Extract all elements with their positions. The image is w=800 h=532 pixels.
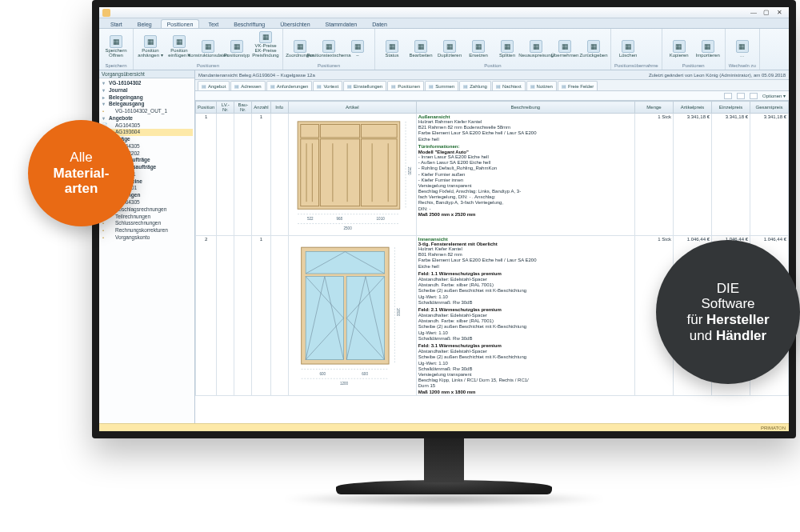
ribbon-tab[interactable]: Positionen [161, 19, 200, 28]
ribbon: ▦Speichern ÖffnenSpeichern▦Position anhä… [99, 29, 789, 70]
document-tab[interactable]: ▤Positionen [387, 81, 424, 90]
svg-text:1200: 1200 [340, 382, 349, 386]
ribbon-button[interactable]: ▦Bearbeiten [407, 30, 434, 59]
document-tab[interactable]: ▤Zahlung [459, 81, 491, 90]
titlebar: — ▢ ✕ [99, 7, 789, 18]
ribbon-button[interactable]: ▦Neuauspreisung [522, 30, 550, 59]
svg-text:2520: 2520 [407, 166, 411, 175]
document-tab[interactable]: ▤Einstellungen [343, 81, 386, 90]
ribbon-tab[interactable]: Beschriftung [227, 19, 271, 28]
svg-rect-6 [361, 139, 397, 206]
breadcrumb-right: Zuletzt geändert von Leon König (Adminis… [649, 73, 786, 78]
ribbon-tab[interactable]: Beleg [131, 19, 158, 28]
tree-node[interactable]: Angebote [101, 115, 193, 122]
ribbon-button[interactable]: ▦… [729, 30, 756, 59]
svg-rect-23 [306, 277, 343, 360]
ribbon-button[interactable]: ▦Splitten [494, 30, 521, 59]
svg-rect-3 [361, 125, 397, 138]
status-text: PRIMATON [761, 426, 786, 430]
svg-text:522: 522 [307, 217, 314, 221]
ribbon-button[interactable]: ▦Speichern Öffnen [102, 30, 130, 59]
ribbon-button[interactable]: ▦Positionstextschema [315, 30, 342, 59]
sidebar: Vorgangsübersicht VG-16104302JournalBele… [99, 70, 195, 423]
svg-rect-5 [320, 139, 359, 206]
door-drawing: 522 968 1010 2500 2520 [290, 114, 414, 234]
svg-text:2500: 2500 [343, 226, 352, 230]
ribbon-tab[interactable]: Stammdaten [319, 19, 364, 28]
ribbon-button[interactable]: ▦VK-Preise EK-Preise Preisfindung [252, 30, 279, 59]
svg-rect-1 [300, 125, 318, 138]
ribbon-button[interactable]: ▦Position anhängen ▾ [137, 30, 164, 59]
document-tab[interactable]: ▤Adressen [230, 81, 265, 90]
ribbon-tab[interactable]: Start [104, 19, 129, 28]
table-row[interactable]: 11 522 968 1010 2500 2520 AußenansichtHo… [196, 114, 789, 236]
window-drawing: 600 600 1200 1800 [290, 237, 414, 393]
svg-text:1010: 1010 [376, 217, 385, 221]
ribbon-button[interactable]: ▦Löschen [614, 30, 642, 59]
app-icon [102, 9, 110, 17]
sidebar-title: Vorgangsübersicht [99, 70, 194, 78]
ribbon-button[interactable]: ▦Positionstyp [223, 30, 250, 59]
document-tab[interactable]: ▤Notizen [526, 81, 557, 90]
ribbon-button[interactable]: ▦Importieren [694, 30, 722, 59]
monitor-neck [424, 438, 464, 482]
svg-text:600: 600 [362, 372, 368, 376]
toolbar-icon[interactable] [724, 93, 732, 99]
window-close[interactable]: ✕ [773, 9, 786, 16]
svg-rect-4 [300, 139, 318, 206]
document-tab[interactable]: ▤Freie Felder [558, 81, 598, 90]
svg-rect-24 [346, 277, 384, 360]
ribbon-button[interactable]: ▦Zurückgeben [580, 30, 607, 59]
ribbon-button[interactable]: ▦Duplizieren [436, 30, 463, 59]
tree-node[interactable]: Vorgangskonto [101, 234, 193, 242]
status-bar: PRIMATON [99, 423, 789, 431]
svg-rect-2 [320, 125, 359, 138]
document-tab[interactable]: ▤Nachtext [492, 81, 526, 90]
document-tab[interactable]: ▤Angebot [198, 81, 230, 90]
tree-node[interactable]: VG-16104302_OUT_1 [101, 108, 193, 115]
tree-node[interactable]: Belegeingang [101, 94, 193, 102]
tree-node[interactable]: Rechnungskorrekturen [101, 227, 193, 234]
ribbon-button[interactable]: ▦Kopieren [666, 30, 693, 59]
tree-node[interactable]: AG164305 [101, 122, 193, 130]
ribbon-tab[interactable]: Daten [366, 19, 394, 28]
ribbon-button[interactable]: ▦– [344, 30, 371, 59]
document-tab[interactable]: ▤Summen [425, 81, 458, 90]
document-tabs: ▤Angebot▤Adressen▤Anforderungen▤Vortext▤… [195, 80, 789, 91]
toolbar-icon[interactable] [737, 93, 745, 99]
ribbon-button[interactable]: ▦Konstruktionsdaten [194, 30, 222, 59]
tree-node[interactable]: Journal [101, 87, 193, 94]
window-minimize[interactable]: — [747, 9, 760, 16]
ribbon-button[interactable]: ▦Status [378, 30, 406, 59]
breadcrumb-left: Mandantenansicht Beleg AG193604 – Kugelg… [198, 73, 315, 78]
svg-text:600: 600 [319, 372, 326, 376]
svg-text:968: 968 [336, 217, 342, 221]
tree-node[interactable]: Schlussrechnungen [101, 220, 193, 227]
svg-rect-22 [306, 252, 384, 274]
ribbon-tab[interactable]: Übersichten [274, 19, 316, 28]
svg-text:1800: 1800 [396, 308, 400, 317]
options-dropdown[interactable]: Optionen ▾ [762, 93, 786, 98]
ribbon-button[interactable]: ▦Ersetzen [465, 30, 492, 59]
ribbon-tab[interactable]: Text [202, 19, 225, 28]
breadcrumb: Mandantenansicht Beleg AG193604 – Kugelg… [195, 70, 789, 80]
mini-toolbar: Optionen ▾ [195, 91, 789, 101]
badge-software: DIE Software für Hersteller und Händler [656, 240, 800, 384]
tree-node[interactable]: Belegausgang [101, 101, 193, 108]
window-maximize[interactable]: ▢ [760, 9, 773, 16]
toolbar-icon[interactable] [750, 93, 758, 99]
document-tab[interactable]: ▤Anforderungen [266, 81, 313, 90]
document-tab[interactable]: ▤Vortext [313, 81, 342, 90]
ribbon-tabs: StartBelegPositionenTextBeschriftungÜber… [99, 18, 789, 29]
badge-materials: Alle Material- arten [28, 120, 134, 226]
ribbon-button[interactable]: ▦Übernehmen [551, 30, 578, 59]
